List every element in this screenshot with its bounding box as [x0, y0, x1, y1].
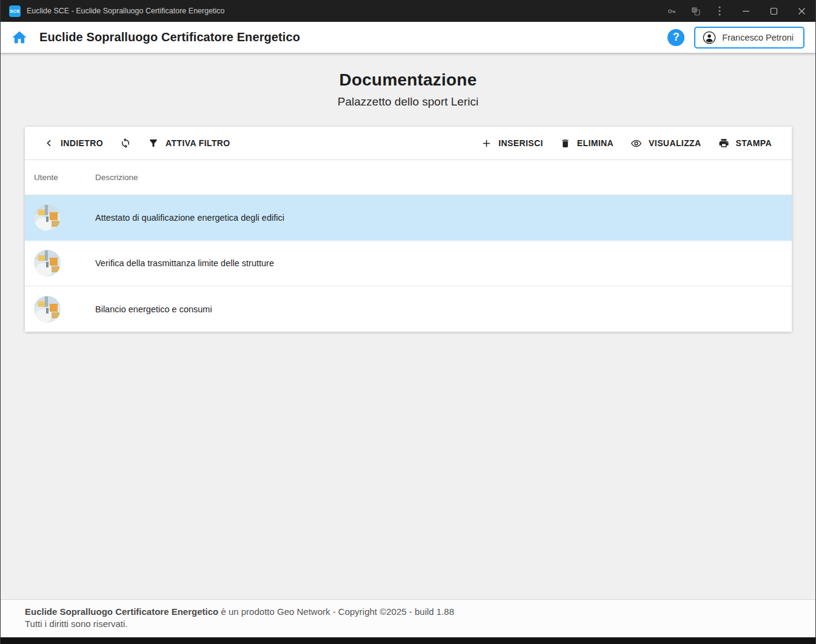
table-row[interactable]: Attestato di qualificazione energetica d…	[25, 195, 792, 241]
password-key-icon[interactable]	[659, 0, 683, 22]
insert-button[interactable]: INSERISCI	[481, 138, 543, 149]
print-button[interactable]: STAMPA	[718, 138, 772, 149]
back-label: INDIETRO	[61, 138, 103, 148]
delete-label: ELIMINA	[577, 138, 614, 148]
window-bottom-edge	[1, 637, 815, 644]
window-title: Euclide SCE - Euclide Sopralluogo Certif…	[27, 7, 225, 15]
plus-icon	[481, 138, 492, 149]
printer-icon	[718, 138, 729, 149]
table-row[interactable]: Verifica della trasmittanza limite delle…	[25, 241, 792, 286]
user-name: Francesco Petroni	[722, 33, 794, 42]
refresh-button[interactable]	[120, 138, 131, 149]
user-icon	[703, 31, 716, 44]
print-label: STAMPA	[736, 138, 772, 148]
delete-button[interactable]: ELIMINA	[560, 138, 614, 149]
view-label: VISUALIZZA	[649, 138, 701, 148]
chevron-left-icon	[44, 138, 54, 148]
back-button[interactable]: INDIETRO	[44, 138, 103, 148]
close-icon[interactable]	[788, 0, 815, 22]
main-content: Documentazione Palazzetto dello sport Le…	[1, 53, 815, 599]
document-avatar	[34, 204, 61, 231]
help-button[interactable]: ?	[667, 29, 684, 46]
documents-toolbar: INDIETRO ATTIVA FILTRO INSERISCI	[25, 127, 792, 160]
row-description: Attestato di qualificazione energetica d…	[95, 213, 284, 223]
translate-icon[interactable]: G	[683, 0, 707, 22]
maximize-icon[interactable]	[760, 0, 788, 22]
help-icon: ?	[667, 29, 684, 46]
os-titlebar: SCE Euclide SCE - Euclide Sopralluogo Ce…	[1, 0, 815, 22]
minimize-icon[interactable]	[732, 0, 760, 22]
row-description: Bilancio energetico e consumi	[95, 304, 212, 314]
documents-card: INDIETRO ATTIVA FILTRO INSERISCI	[25, 127, 792, 332]
home-icon[interactable]	[8, 27, 31, 49]
footer-product-rest: è un prodotto Geo Network - Copyright ©2…	[221, 606, 454, 617]
view-button[interactable]: VISUALIZZA	[630, 138, 701, 149]
activate-filter-button[interactable]: ATTIVA FILTRO	[148, 138, 230, 149]
column-header-utente: Utente	[34, 173, 95, 182]
table-row[interactable]: Bilancio energetico e consumi	[25, 286, 792, 332]
trash-icon	[560, 138, 570, 149]
row-description: Verifica della trasmittanza limite delle…	[95, 258, 274, 268]
document-avatar	[34, 296, 61, 323]
app-header: Euclide Sopralluogo Certificatore Energe…	[1, 22, 815, 53]
app-footer: Euclide Sopralluogo Certificatore Energe…	[1, 599, 815, 637]
filter-icon	[148, 138, 159, 149]
page-subtitle: Palazzetto dello sport Lerici	[1, 95, 815, 109]
app-icon: SCE	[9, 5, 21, 17]
refresh-icon	[120, 138, 131, 149]
document-avatar	[34, 250, 61, 277]
page-title: Documentazione	[1, 70, 815, 90]
column-header-descrizione: Descrizione	[95, 173, 138, 182]
eye-icon	[630, 138, 642, 149]
footer-product-line: Euclide Sopralluogo Certificatore Energe…	[25, 606, 791, 618]
app-title: Euclide Sopralluogo Certificatore Energe…	[39, 30, 300, 44]
insert-label: INSERISCI	[498, 138, 543, 148]
footer-rights: Tutti i diritti sono riservati.	[25, 618, 791, 630]
table-header-row: Utente Descrizione	[25, 160, 792, 195]
user-button[interactable]: Francesco Petroni	[694, 27, 804, 49]
activate-filter-label: ATTIVA FILTRO	[166, 138, 230, 148]
browser-menu-icon[interactable]	[707, 0, 732, 22]
footer-product-name: Euclide Sopralluogo Certificatore Energe…	[25, 606, 218, 617]
